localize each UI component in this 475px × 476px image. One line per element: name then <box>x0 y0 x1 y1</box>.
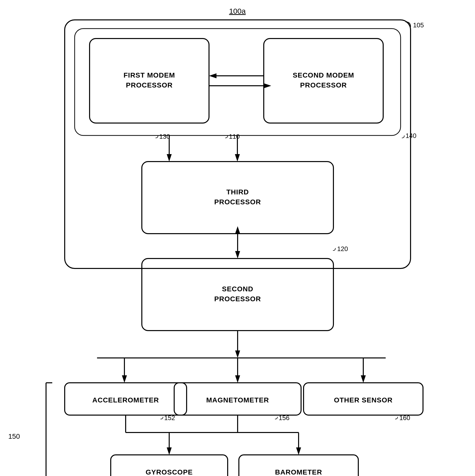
first-modem-box <box>90 39 209 123</box>
second-processor-box <box>142 259 333 331</box>
gyroscope-label: GYROSCOPE <box>146 468 193 476</box>
ref-120: 120 <box>337 245 348 253</box>
ref-156: 156 <box>279 414 289 422</box>
ref-130: 130 <box>159 133 170 140</box>
arrowhead-down-third <box>235 251 240 259</box>
barometer-label: BAROMETER <box>275 468 322 476</box>
arrowhead-right <box>264 83 271 88</box>
arrowhead-gyro <box>167 447 172 455</box>
first-modem-label2: PROCESSOR <box>126 81 173 89</box>
ref-150: 150 <box>8 433 20 440</box>
arrowhead-mag <box>235 375 240 383</box>
ref-160: 160 <box>399 414 410 422</box>
diagram-title: 100a <box>229 7 246 15</box>
inner-top-box-110 <box>75 29 401 135</box>
accelerometer-label: ACCELEROMETER <box>92 396 159 404</box>
arrowhead-left <box>209 73 216 78</box>
first-modem-label: FIRST MODEM <box>124 71 175 79</box>
arrowhead-down-left <box>167 154 172 162</box>
ref-140: 140 <box>406 132 416 139</box>
third-processor-label: THIRD <box>226 188 249 196</box>
other-sensor-label: OTHER SENSOR <box>334 396 393 404</box>
second-processor-label: SECOND <box>222 285 253 293</box>
ref-152: 152 <box>164 414 175 422</box>
diagram: 100a 105 110 130 140 FIRST MODEM PROCESS… <box>0 0 475 476</box>
second-modem-label2: PROCESSOR <box>300 81 347 89</box>
arrowhead-down-mid <box>235 154 240 162</box>
arrowhead-baro <box>296 447 301 455</box>
second-modem-box <box>264 39 383 123</box>
third-processor-box <box>142 162 333 234</box>
third-processor-label2: PROCESSOR <box>214 198 261 206</box>
arrowhead-accel <box>122 375 127 383</box>
ref-105: 105 <box>413 21 424 29</box>
arrowhead-up-third <box>235 226 240 234</box>
arrowhead-other <box>361 375 366 383</box>
second-modem-label: SECOND MODEM <box>293 71 354 79</box>
second-processor-label2: PROCESSOR <box>214 295 261 303</box>
ref-110: 110 <box>229 133 240 140</box>
arrowhead-second-down <box>235 350 240 358</box>
magnetometer-label: MAGNETOMETER <box>206 396 269 404</box>
